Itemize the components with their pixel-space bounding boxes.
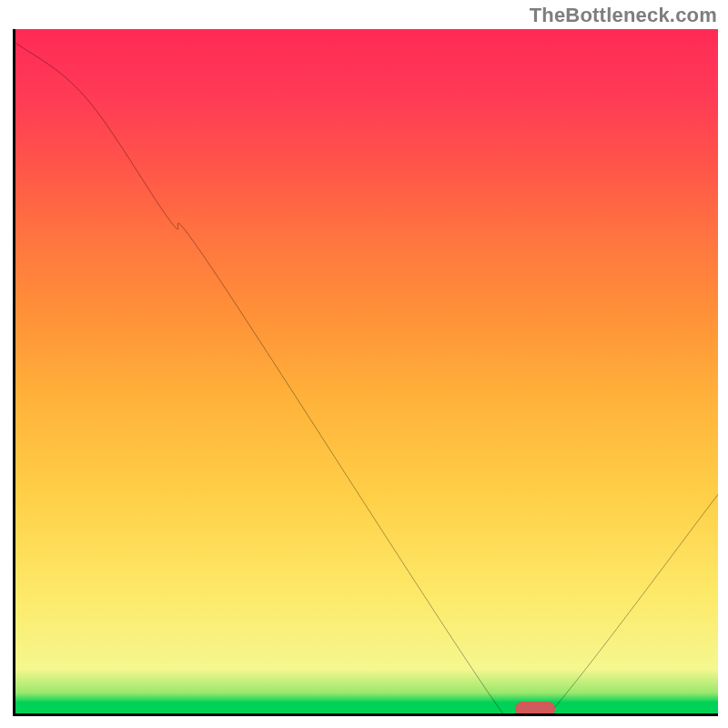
- plot-area: [13, 29, 718, 716]
- optimal-marker: [515, 702, 555, 716]
- watermark-text: TheBottleneck.com: [530, 4, 717, 27]
- chart-container: TheBottleneck.com: [0, 0, 728, 728]
- bottleneck-curve: [15, 29, 718, 713]
